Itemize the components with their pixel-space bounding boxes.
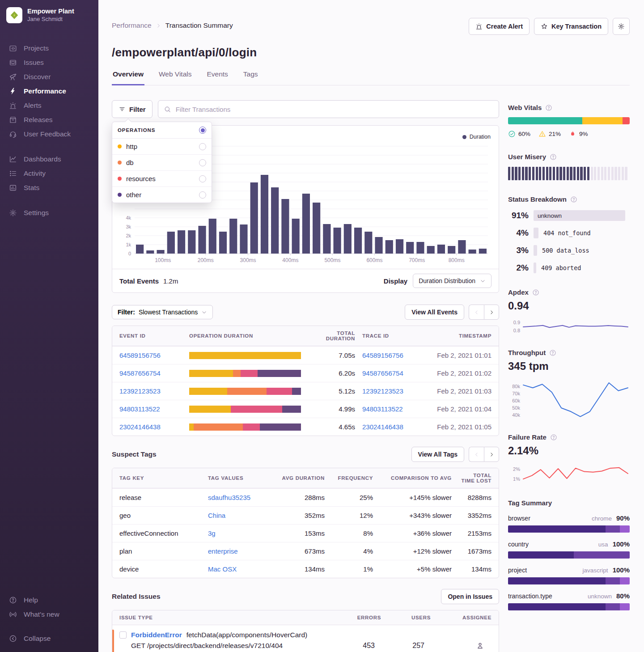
issue-users-count: 257 <box>388 642 431 650</box>
tab-web-vitals[interactable]: Web Vitals <box>158 70 193 85</box>
search-input[interactable] <box>176 106 493 113</box>
trace-id-link[interactable]: 94587656754 <box>362 369 427 377</box>
tag-value-link[interactable]: 3g <box>208 529 262 537</box>
suspect-tags-title: Suspect Tags <box>112 450 157 458</box>
operations-dropdown: OPERATIONS http db resources <box>112 122 212 203</box>
sidebar-item-whats-new[interactable]: What's new <box>0 607 98 622</box>
view-all-events-button[interactable]: View All Events <box>405 305 464 320</box>
sidebar-item-dashboards[interactable]: Dashboards <box>0 152 98 166</box>
question-icon[interactable] <box>550 434 557 441</box>
trace-id-link[interactable]: 94803113522 <box>362 405 427 413</box>
vitals-good-stat: 60% <box>508 130 530 138</box>
tag-summary-bar[interactable] <box>508 525 630 533</box>
status-row-unknown: 91% unknown <box>508 210 630 221</box>
tab-overview[interactable]: Overview <box>112 70 144 85</box>
display-select[interactable]: Duration Distribution <box>413 274 491 288</box>
issue-errors-count: 453 <box>339 642 381 650</box>
sidebar-nav-primary: Projects Issues Discover Performance Ale… <box>0 41 98 141</box>
breadcrumb-transaction-summary: Transaction Summary <box>165 21 233 30</box>
events-prev-button[interactable] <box>469 305 484 320</box>
org-switcher[interactable]: Empower Plant Jane Schmidt <box>0 0 98 30</box>
question-icon[interactable] <box>545 104 552 111</box>
operations-all-radio[interactable] <box>199 127 206 134</box>
sidebar-item-issues[interactable]: Issues <box>0 55 98 70</box>
check-circle-icon <box>508 130 516 138</box>
event-id-link[interactable]: 64589156756 <box>119 351 182 359</box>
resources-radio[interactable] <box>199 175 206 182</box>
db-radio[interactable] <box>199 159 206 166</box>
display-label: Display <box>384 277 407 285</box>
user-misery-section: User Misery <box>508 153 630 180</box>
assignee-cell[interactable] <box>438 641 491 650</box>
operations-option-db[interactable]: db <box>112 155 212 171</box>
question-icon[interactable] <box>532 289 539 296</box>
sidebar-item-performance[interactable]: Performance <box>0 84 98 98</box>
settings-button[interactable] <box>613 18 630 35</box>
tag-value-link[interactable]: sdaufhu35235 <box>208 494 262 501</box>
trace-id-link[interactable]: 23024146438 <box>362 423 427 431</box>
events-filter-select[interactable]: Filter: Slowest Transactions <box>112 305 213 319</box>
org-name: Empower Plant <box>27 7 74 15</box>
question-icon[interactable] <box>570 196 577 203</box>
question-icon[interactable] <box>550 153 557 161</box>
status-bar <box>534 245 537 256</box>
sidebar-item-releases[interactable]: Releases <box>0 113 98 127</box>
other-radio[interactable] <box>199 191 206 199</box>
status-row-data-loss: 3% 500 data_loss <box>508 245 630 256</box>
tag-summary-bar[interactable] <box>508 551 630 559</box>
chevron-right-icon <box>489 309 495 315</box>
operations-dropdown-header[interactable]: OPERATIONS <box>112 122 212 139</box>
failure-rate-section: Failure Rate 2.14% 2%1% <box>508 433 630 487</box>
issue-type-link[interactable]: ForbiddenError <box>131 631 182 639</box>
http-radio[interactable] <box>199 143 206 150</box>
event-id-link[interactable]: 23024146438 <box>119 423 182 431</box>
svg-text:700ms: 700ms <box>409 257 425 263</box>
sidebar-item-collapse[interactable]: Collapse <box>0 631 98 646</box>
web-vitals-bar <box>508 117 630 124</box>
svg-text:200ms: 200ms <box>198 257 214 263</box>
view-all-tags-button[interactable]: View All Tags <box>411 447 464 462</box>
key-transaction-button[interactable]: Key Transaction <box>534 18 608 35</box>
sidebar-item-activity[interactable]: Activity <box>0 166 98 181</box>
sidebar-item-settings[interactable]: Settings <box>0 206 98 220</box>
tab-tags[interactable]: Tags <box>242 70 259 85</box>
status-row-not-found: 4% 404 not_found <box>508 228 630 238</box>
trace-id-link[interactable]: 12392123523 <box>362 387 427 395</box>
transaction-search <box>158 100 499 118</box>
operations-option-other[interactable]: other <box>112 187 212 203</box>
sidebar-item-projects[interactable]: Projects <box>0 41 98 55</box>
event-id-link[interactable]: 94803113522 <box>119 405 182 413</box>
svg-text:50k: 50k <box>512 405 520 411</box>
sidebar-item-discover[interactable]: Discover <box>0 70 98 84</box>
operation-duration-bar <box>189 370 301 377</box>
svg-text:0.8: 0.8 <box>513 328 520 333</box>
tag-summary-bar[interactable] <box>508 603 630 610</box>
tag-value-link[interactable]: China <box>208 512 262 519</box>
open-in-issues-button[interactable]: Open in Issues <box>441 589 499 604</box>
svg-text:3k: 3k <box>126 224 131 229</box>
tags-prev-button[interactable] <box>469 447 484 462</box>
search-icon <box>164 106 171 113</box>
operations-option-http[interactable]: http <box>112 139 212 155</box>
create-alert-button[interactable]: Create Alert <box>469 18 530 35</box>
event-id-link[interactable]: 94587656754 <box>119 369 182 377</box>
events-next-button[interactable] <box>484 305 499 320</box>
tag-value-link[interactable]: Mac OSX <box>208 565 262 573</box>
tags-next-button[interactable] <box>484 447 499 462</box>
trace-id-link[interactable]: 64589156756 <box>362 351 427 359</box>
tab-events[interactable]: Events <box>206 70 229 85</box>
sidebar-item-stats[interactable]: Stats <box>0 181 98 195</box>
sidebar-item-alerts[interactable]: Alerts <box>0 98 98 113</box>
tag-summary-bar[interactable] <box>508 577 630 584</box>
filter-button[interactable]: Filter <box>112 100 153 118</box>
tag-value-link[interactable]: enterprise <box>208 547 262 555</box>
breadcrumb-performance[interactable]: Performance <box>112 21 152 30</box>
sidebar-item-help[interactable]: Help <box>0 593 98 607</box>
sidebar-item-user-feedback[interactable]: User Feedback <box>0 127 98 141</box>
operations-option-resources[interactable]: resources <box>112 171 212 187</box>
star-icon <box>541 23 548 30</box>
question-icon[interactable] <box>549 349 556 356</box>
related-issues-header: ISSUE TYPE ERRORS USERS ASSIGNEE <box>112 610 499 625</box>
event-id-link[interactable]: 12392123523 <box>119 387 182 395</box>
issue-checkbox[interactable] <box>119 631 127 639</box>
